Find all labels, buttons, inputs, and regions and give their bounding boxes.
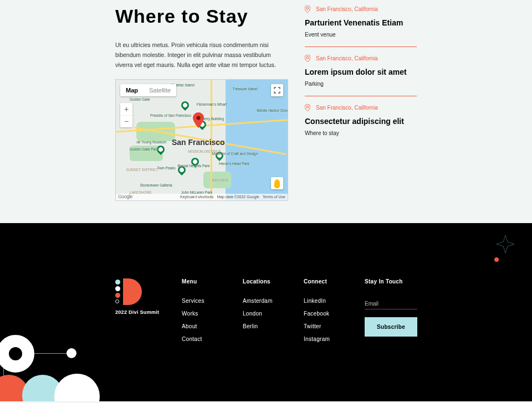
map-type-tabs: Map Satellite <box>120 84 176 96</box>
map-tab-map[interactable]: Map <box>120 84 144 96</box>
footer-connect-column: Connect LinkedIn Facebook Twitter Instag… <box>304 278 348 349</box>
location-item: San Francisco, California Lorem ipsum do… <box>305 55 417 96</box>
locations-list: San Francisco, California Parturient Ven… <box>305 6 417 201</box>
streetview-pegman[interactable] <box>271 177 283 189</box>
location-item: San Francisco, California Parturient Ven… <box>305 6 417 47</box>
star-decoration-icon <box>495 234 515 254</box>
footer-brand-column: 2022 Divi Summit <box>115 278 165 349</box>
footer-link-berlin[interactable]: Berlin <box>243 323 287 329</box>
footer-link-linkedin[interactable]: LinkedIn <box>304 298 348 304</box>
footer-heading-newsletter: Stay In Touch <box>365 278 417 285</box>
footer-link-facebook[interactable]: Facebook <box>304 311 348 317</box>
location-category: Parking <box>305 81 417 87</box>
brand-logo <box>115 278 142 305</box>
footer-link-london[interactable]: London <box>243 311 287 317</box>
dot-decoration <box>494 257 499 262</box>
location-title: Parturient Venenatis Etiam <box>305 18 417 27</box>
location-title: Lorem ipsum dolor sit amet <box>305 68 417 76</box>
fullscreen-icon <box>274 87 280 94</box>
brand-name: 2022 Divi Summit <box>115 309 165 315</box>
footer-heading-locations: Locations <box>243 278 287 285</box>
zoom-out-button[interactable]: − <box>120 115 132 127</box>
location-pin-icon <box>305 104 310 111</box>
subscribe-button[interactable]: Subscribe <box>365 317 417 337</box>
footer-link-amsterdam[interactable]: Amsterdam <box>243 298 287 304</box>
footer-link-instagram[interactable]: Instagram <box>304 336 348 342</box>
footer-heading-connect: Connect <box>304 278 348 285</box>
location-item: San Francisco, California Consectetur ad… <box>305 104 417 145</box>
zoom-in-button[interactable]: + <box>120 103 132 115</box>
location-city: San Francisco, California <box>316 6 378 12</box>
map[interactable]: Alcatraz Island Treasure Island Golden G… <box>115 79 288 201</box>
map-fullscreen-button[interactable] <box>271 84 283 96</box>
site-footer: 2022 Divi Summit Menu Services Works Abo… <box>0 223 532 401</box>
svg-point-0 <box>196 116 200 120</box>
map-marker[interactable] <box>193 112 204 130</box>
footer-heading-menu: Menu <box>182 278 226 285</box>
location-category: Where to stay <box>305 130 417 136</box>
footer-menu-column: Menu Services Works About Contact <box>182 278 226 349</box>
map-footer: Keyboard shortcuts Map data ©2022 Google… <box>116 194 288 200</box>
where-to-stay-section: Where to Stay Ut eu ultricies metus. Pro… <box>0 0 532 223</box>
footer-link-contact[interactable]: Contact <box>182 336 226 342</box>
map-terms[interactable]: Terms of Use <box>263 195 285 199</box>
footer-newsletter-column: Stay In Touch Subscribe <box>365 278 417 349</box>
map-zoom-controls: + − <box>120 103 132 127</box>
email-input[interactable] <box>365 298 417 309</box>
map-keyboard-shortcuts[interactable]: Keyboard shortcuts <box>180 195 213 199</box>
map-pin-icon <box>193 112 204 128</box>
google-logo: Google <box>118 194 132 199</box>
page-description: Ut eu ultricies metus. Proin vehicula ri… <box>115 40 288 70</box>
left-column: Where to Stay Ut eu ultricies metus. Pro… <box>115 6 288 201</box>
map-tab-satellite[interactable]: Satellite <box>144 84 176 96</box>
map-data-attribution: Map data ©2022 Google <box>217 195 259 199</box>
location-category: Event venue <box>305 32 417 38</box>
map-city-label: San Francisco <box>172 138 225 147</box>
footer-columns: 2022 Divi Summit Menu Services Works Abo… <box>115 278 532 349</box>
location-pin-icon <box>305 55 310 62</box>
page-title: Where to Stay <box>115 6 288 27</box>
location-city: San Francisco, California <box>316 55 378 61</box>
footer-link-about[interactable]: About <box>182 323 226 329</box>
location-city: San Francisco, California <box>316 105 378 111</box>
circles-decoration <box>0 335 122 401</box>
footer-locations-column: Locations Amsterdam London Berlin <box>243 278 287 349</box>
location-pin-icon <box>305 6 310 13</box>
location-title: Consectetur adipiscing elit <box>305 117 417 126</box>
pegman-icon <box>274 179 280 187</box>
footer-link-services[interactable]: Services <box>182 298 226 304</box>
footer-link-twitter[interactable]: Twitter <box>304 323 348 329</box>
footer-link-works[interactable]: Works <box>182 311 226 317</box>
